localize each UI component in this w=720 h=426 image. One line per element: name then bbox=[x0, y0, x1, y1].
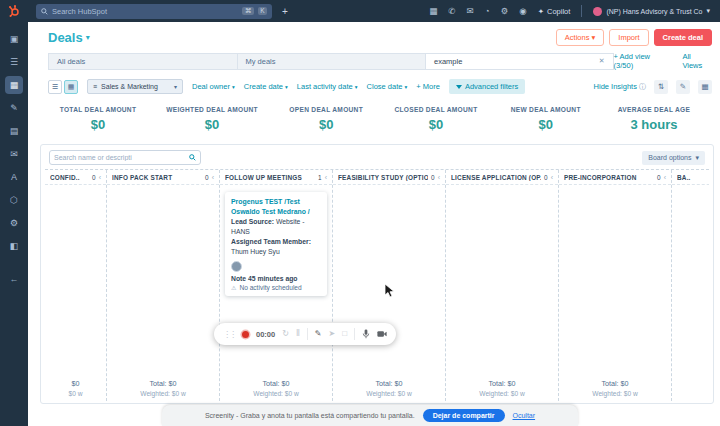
stop-sharing-button[interactable]: Dejar de compartir bbox=[423, 409, 505, 422]
column-header[interactable]: LICENSE APPLICATION (OP.. 0 ‹ bbox=[446, 170, 558, 185]
copilot-label: Copilot bbox=[547, 7, 570, 16]
add-view-link[interactable]: + Add view (3/50) bbox=[614, 52, 671, 70]
column-header[interactable]: CONFID.. 0 ‹ bbox=[45, 170, 106, 185]
bookmarks-icon[interactable]: ▣ bbox=[5, 30, 23, 48]
pipeline-select[interactable]: ≡ Sales & Marketing ▾ bbox=[87, 79, 183, 94]
column-header[interactable]: BA.. bbox=[672, 170, 709, 185]
record-indicator-icon[interactable] bbox=[242, 331, 249, 338]
global-search[interactable]: ⌘ K bbox=[36, 4, 272, 19]
list-view-button[interactable]: ☰ bbox=[48, 80, 62, 94]
column-body[interactable] bbox=[559, 185, 671, 376]
import-button[interactable]: Import bbox=[609, 29, 648, 46]
global-search-input[interactable] bbox=[52, 7, 238, 16]
filter-last-activity-date[interactable]: Last activity date ▾ bbox=[297, 82, 358, 91]
hubspot-deals-screen: ⌘ K + ▦ ✆ ✉ ◔ ⚙ ◉ ✦ Copilot (NP) Hans Ad… bbox=[0, 0, 720, 426]
notifications-icon[interactable]: ◉ bbox=[519, 7, 526, 16]
column-body[interactable]: Progenus TEST /Test Oswaldo Test Medrano… bbox=[220, 185, 332, 376]
commerce-icon[interactable]: ⬡ bbox=[5, 191, 23, 209]
column-weighted: Weighted: $0 w bbox=[335, 390, 443, 397]
deal-card[interactable]: Progenus TEST /Test Oswaldo Test Medrano… bbox=[225, 192, 327, 296]
marketplace-icon[interactable]: ▦ bbox=[429, 7, 437, 16]
sort-icon[interactable]: ⇅ bbox=[654, 80, 668, 94]
settings-icon[interactable]: ⚙ bbox=[5, 214, 23, 232]
filter-create-date[interactable]: Create date ▾ bbox=[244, 82, 288, 91]
microphone-icon[interactable] bbox=[362, 329, 370, 339]
board-options-button[interactable]: Board options ▾ bbox=[642, 151, 705, 165]
tab-links: + Add view (3/50) All Views bbox=[614, 52, 712, 70]
collapse-sidebar-icon[interactable]: ← bbox=[10, 274, 19, 284]
board-search-input[interactable] bbox=[54, 154, 189, 161]
hide-insights-link[interactable]: Hide Insights ⓘ bbox=[594, 82, 646, 92]
collapse-column-icon[interactable]: ‹ bbox=[438, 174, 440, 181]
share-banner-text: Screenity - Graba y anota tu pantalla es… bbox=[205, 412, 415, 419]
grid-icon[interactable]: ▦ bbox=[698, 80, 712, 94]
actions-button[interactable]: Actions ▾ bbox=[556, 29, 604, 46]
collapse-column-icon[interactable]: ‹ bbox=[551, 174, 553, 181]
edit-icon[interactable]: ✎ bbox=[676, 80, 690, 94]
board-view-button[interactable]: ▦ bbox=[64, 80, 78, 94]
collapse-column-icon[interactable]: ‹ bbox=[664, 174, 666, 181]
column-header[interactable]: PRE-INCORPORATION 0 ‹ bbox=[559, 170, 671, 185]
column-header[interactable]: FOLLOW UP MEETINGS 1 ‹ bbox=[220, 170, 332, 185]
camera-icon[interactable] bbox=[377, 330, 387, 338]
deal-title-link[interactable]: Progenus TEST /Test Oswaldo Test Medrano… bbox=[231, 197, 321, 216]
collapse-column-icon[interactable]: ‹ bbox=[325, 174, 327, 181]
cursor-tool-icon[interactable]: ➤ bbox=[329, 330, 336, 338]
account-menu[interactable]: (NP) Hans Advisory & Trust Co ▾ bbox=[593, 7, 710, 16]
all-views-link[interactable]: All Views bbox=[682, 52, 712, 70]
close-icon[interactable]: ✕ bbox=[593, 57, 605, 65]
email-icon[interactable]: ✉ bbox=[466, 7, 473, 16]
column-body[interactable] bbox=[333, 185, 445, 376]
column-body[interactable] bbox=[672, 185, 709, 392]
column-header[interactable]: INFO PACK START 0 ‹ bbox=[107, 170, 219, 185]
avatar[interactable] bbox=[231, 261, 242, 272]
deals-board-icon[interactable]: ▦ bbox=[5, 76, 23, 94]
filter-deal-owner[interactable]: Deal owner ▾ bbox=[192, 82, 235, 91]
stat-label: OPEN DEAL AMOUNT bbox=[286, 106, 366, 113]
column-label: CONFID.. bbox=[50, 174, 89, 181]
quick-add-button[interactable]: + bbox=[282, 6, 288, 17]
column-header[interactable]: FEASIBILITY STUDY (OPTIO.. 0 ‹ bbox=[333, 170, 445, 185]
calling-icon[interactable]: ✆ bbox=[448, 7, 455, 16]
content-icon[interactable]: ▤ bbox=[5, 122, 23, 140]
more-filters-link[interactable]: + More bbox=[416, 82, 440, 91]
stat-open-deal-amount: OPEN DEAL AMOUNT $0 bbox=[286, 106, 366, 132]
column-label: FEASIBILITY STUDY (OPTIO.. bbox=[338, 174, 428, 181]
column-body[interactable] bbox=[107, 185, 219, 376]
tab-example[interactable]: example ✕ bbox=[425, 53, 614, 70]
chevron-down-icon: ▾ bbox=[232, 84, 235, 90]
advanced-filters-button[interactable]: Advanced filters bbox=[449, 79, 525, 94]
column-body[interactable] bbox=[446, 185, 558, 376]
page-title[interactable]: Deals bbox=[48, 30, 83, 45]
collapse-column-icon[interactable]: ‹ bbox=[99, 174, 101, 181]
column-weighted: Weighted: $0 w bbox=[448, 390, 556, 397]
column-total: Total: $0 bbox=[561, 379, 669, 388]
marketing-icon[interactable]: ✎ bbox=[5, 99, 23, 117]
messaging-icon[interactable]: ✉ bbox=[5, 145, 23, 163]
board-search[interactable] bbox=[49, 150, 201, 165]
collapse-column-icon[interactable]: ‹ bbox=[212, 174, 214, 181]
filter-close-date[interactable]: Close date ▾ bbox=[367, 82, 408, 91]
automation-icon[interactable]: A bbox=[5, 168, 23, 186]
hide-banner-link[interactable]: Ocultar bbox=[513, 412, 536, 419]
pencil-icon[interactable]: ✎ bbox=[315, 330, 322, 338]
column-body[interactable] bbox=[45, 185, 106, 376]
create-deal-button[interactable]: Create deal bbox=[654, 29, 712, 46]
help-icon[interactable]: ◔ bbox=[485, 7, 490, 16]
crm-icon[interactable]: ☰ bbox=[5, 53, 23, 71]
settings-icon[interactable]: ⚙ bbox=[501, 7, 509, 16]
drag-handle-icon[interactable]: ⋮⋮ bbox=[223, 330, 235, 339]
shape-tool-icon[interactable]: □ bbox=[342, 330, 347, 338]
account-avatar bbox=[593, 7, 602, 16]
tab-all-deals[interactable]: All deals bbox=[48, 53, 237, 70]
pause-icon[interactable]: Ⅱ bbox=[296, 330, 300, 338]
restart-icon[interactable]: ↻ bbox=[282, 330, 289, 338]
hubspot-logo[interactable] bbox=[0, 5, 28, 17]
warning-icon: ⚠ bbox=[231, 284, 236, 291]
column-footer: Total: $0 Weighted: $0 w bbox=[333, 376, 445, 401]
chevron-down-icon: ▾ bbox=[285, 84, 288, 90]
reporting-icon[interactable]: ◧ bbox=[5, 237, 23, 255]
deal-note-timestamp: Note 45 minutes ago bbox=[231, 275, 321, 282]
tab-my-deals[interactable]: My deals bbox=[237, 53, 426, 70]
copilot-button[interactable]: ✦ Copilot bbox=[538, 7, 571, 16]
